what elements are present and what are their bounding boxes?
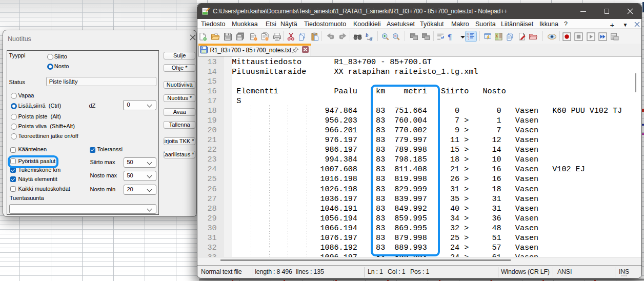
svg-text:¶: ¶	[448, 33, 452, 41]
svg-text:b: b	[366, 32, 369, 38]
